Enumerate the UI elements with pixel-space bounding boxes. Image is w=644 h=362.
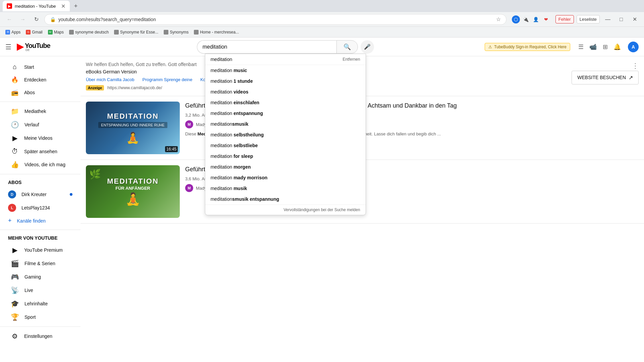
- refresh-button[interactable]: ↻: [31, 14, 42, 25]
- tudebuddy-banner[interactable]: ⚠ TubeBuddy Sign-in Required, Click Here: [485, 43, 570, 51]
- ext-icon-1[interactable]: ⬡: [512, 15, 520, 23]
- address-bar[interactable]: 🔒 youtube.com/results?search_query=medit…: [44, 14, 506, 25]
- search-remove-button[interactable]: Entfernen: [343, 57, 360, 62]
- sidebar-label-premium: YouTube Premium: [24, 247, 63, 253]
- search-suggestion-1stunde[interactable]: meditation 1 stunde: [205, 76, 366, 86]
- thumbs-up-icon: 👍: [11, 161, 19, 169]
- hamburger-menu[interactable]: ☰: [5, 43, 11, 51]
- minimize-button[interactable]: —: [602, 14, 613, 25]
- sidebar-item-sport[interactable]: 🏆 Sport: [3, 310, 78, 324]
- notification-bell-icon[interactable]: 🔔: [612, 42, 623, 52]
- search-suggestion-selbstheilung[interactable]: meditation selbstheilung: [205, 129, 366, 140]
- sidebar-item-mediathek[interactable]: 📁 Mediathek: [3, 105, 78, 118]
- video-duration-1: 16:45: [165, 146, 178, 152]
- sidebar-item-filme-serien[interactable]: 🎬 Filme & Serien: [3, 257, 78, 270]
- maximize-button[interactable]: □: [616, 14, 627, 25]
- folder-icon: 📁: [11, 107, 19, 115]
- warning-icon: ⚠: [488, 45, 492, 49]
- fehler-button[interactable]: Fehler: [555, 15, 574, 23]
- bookmark-synonyms[interactable]: Synonyms: [164, 30, 189, 35]
- user-avatar[interactable]: A: [628, 42, 639, 52]
- sidebar-item-live[interactable]: 📡 Live: [3, 284, 78, 297]
- search-suggestion-videos[interactable]: meditation videos: [205, 86, 366, 97]
- yt-logo[interactable]: ▶ YouTube DE: [17, 42, 50, 52]
- suggestion-text: meditation einschlafen: [211, 100, 260, 105]
- forward-button[interactable]: →: [17, 14, 28, 25]
- search-suggestion-musik[interactable]: meditation musik: [205, 183, 366, 194]
- sidebar-item-settings[interactable]: ⚙ Einstellungen: [3, 329, 78, 343]
- tudebuddy-text: TubeBuddy Sign-in Required, Click Here: [494, 45, 567, 49]
- ad-link-2[interactable]: Programm Sprenge deine: [143, 77, 193, 82]
- ad-link-1[interactable]: Über mich Camilla Jacob: [86, 77, 135, 82]
- leseliste-button[interactable]: Leseliste: [577, 15, 600, 23]
- ext-icon-4[interactable]: ❤: [542, 15, 550, 23]
- search-suggestion-forsleep[interactable]: meditation for sleep: [205, 151, 366, 162]
- sidebar-item-spaeter-ansehen[interactable]: ⏱ Später ansehen: [3, 145, 78, 158]
- mehr-section-header: MEHR VON YOUTUBE: [0, 233, 80, 243]
- mic-button[interactable]: 🎤: [361, 40, 374, 54]
- sidebar-item-entdecken[interactable]: 🔥 Entdecken: [3, 73, 78, 86]
- sidebar-item-verlauf[interactable]: 🕐 Verlauf: [3, 118, 78, 131]
- back-button[interactable]: ←: [4, 14, 15, 25]
- sidebar-item-start[interactable]: ⌂ Start: [3, 60, 78, 73]
- address-url: youtube.com/results?search_query=meditat…: [58, 17, 493, 22]
- grid-icon[interactable]: ⊞: [600, 42, 610, 52]
- search-suggestion-morgen[interactable]: meditation morgen: [205, 162, 366, 172]
- gmail-favicon: G: [26, 30, 31, 35]
- search-dropdown-footer[interactable]: Vervollständigungen bei der Suche melden: [205, 204, 366, 215]
- bookmark-star-icon[interactable]: ☆: [496, 16, 501, 22]
- ext-icon-3[interactable]: 👤: [532, 15, 540, 23]
- suggestion-text: meditation 1 stunde: [211, 78, 253, 84]
- sidebar-channel-letsplay[interactable]: L LetsPlay1234: [0, 201, 80, 215]
- search-suggestion-selbstliebe[interactable]: meditation selbstliebe: [205, 140, 366, 151]
- sidebar-channel-dirk[interactable]: D Dirk Kreuter: [0, 188, 80, 201]
- yt-logo-icon: ▶: [17, 42, 23, 52]
- sidebar-label-verlauf: Verlauf: [24, 122, 39, 127]
- sidebar-item-gaming[interactable]: 🎮 Gaming: [3, 270, 78, 284]
- video-thumbnail-2[interactable]: 🌿 MEDITATION FÜR ANFÄNGER 🧘: [86, 165, 180, 218]
- search-dropdown-first-item[interactable]: meditation Entfernen: [205, 54, 366, 65]
- search-suggestion-entspannung[interactable]: meditation entspannung: [205, 108, 366, 119]
- sidebar-item-youtube-premium[interactable]: ▶ YouTube Premium: [3, 243, 78, 257]
- suggestion-text: meditation videos: [211, 89, 249, 95]
- website-btn-label: WEBSITE BESUCHEN: [577, 75, 626, 80]
- maps-favicon: M: [48, 30, 53, 35]
- bookmark-maps[interactable]: M Maps: [48, 30, 64, 35]
- bookmark-synonyme-de[interactable]: synonyme deutsch: [69, 30, 109, 35]
- website-visit-button-1[interactable]: WEBSITE BESUCHEN ↗: [572, 71, 639, 84]
- list-view-icon[interactable]: ☰: [576, 42, 586, 52]
- bookmark-synonyme-esse[interactable]: Synonyme für Esse...: [114, 30, 158, 35]
- close-tab-icon[interactable]: ✕: [61, 3, 65, 9]
- fire-icon: 🔥: [11, 76, 19, 83]
- bookmark-apps[interactable]: ⚙ Apps: [5, 30, 20, 35]
- search-suggestion-madymorrison[interactable]: meditation mady morrison: [205, 172, 366, 183]
- sidebar-item-lehrinhalte[interactable]: 🎓 Lehrinhalte: [3, 297, 78, 310]
- bookmark-home-merch[interactable]: Home - merchresea...: [194, 30, 239, 35]
- sidebar-label-settings: Einstellungen: [24, 334, 52, 339]
- browser-tab[interactable]: ▶ meditation - YouTube ✕: [3, 1, 70, 11]
- channel-avatar-letsplay: L: [8, 204, 16, 212]
- play-icon: ▶: [11, 134, 19, 142]
- close-button[interactable]: ✕: [629, 14, 640, 25]
- sidebar-label-entdecken: Entdecken: [24, 77, 46, 82]
- camera-icon[interactable]: 📹: [588, 42, 598, 52]
- sidebar-item-liked-videos[interactable]: 👍 Videos, die ich mag: [3, 158, 78, 171]
- search-button[interactable]: 🔍: [336, 40, 358, 54]
- video-thumbnail-1[interactable]: MEDITATION ENTSPANNUNG UND INNERE RUHE 🧘…: [86, 102, 180, 154]
- search-suggestion-einschlafen[interactable]: meditation einschlafen: [205, 97, 366, 108]
- ext-icon-2[interactable]: 🔌: [522, 15, 530, 23]
- bookmark-gmail[interactable]: G Gmail: [26, 30, 42, 35]
- search-suggestion-meditationsmusik[interactable]: meditationsmusik: [205, 119, 366, 129]
- sidebar-item-meine-videos[interactable]: ▶ Meine Videos: [3, 131, 78, 145]
- new-tab-button[interactable]: +: [71, 1, 80, 11]
- search-suggestion-meditationsmusik-entspannung[interactable]: meditationsmusik entspannung: [205, 194, 366, 204]
- more-options-button-1[interactable]: ⋮: [632, 62, 639, 70]
- add-channel-button[interactable]: + Kanäle finden: [0, 215, 80, 227]
- search-input[interactable]: [197, 40, 336, 54]
- sidebar-label-filme: Filme & Serien: [24, 261, 55, 266]
- thumb-leaf-icon: 🌿: [89, 169, 101, 180]
- yt-header-left: ☰ ▶ YouTube DE: [5, 42, 86, 52]
- sidebar-divider-2: [0, 174, 80, 174]
- sidebar-item-abos[interactable]: 📻 Abos: [3, 86, 78, 99]
- search-suggestion-music[interactable]: meditation music: [205, 65, 366, 76]
